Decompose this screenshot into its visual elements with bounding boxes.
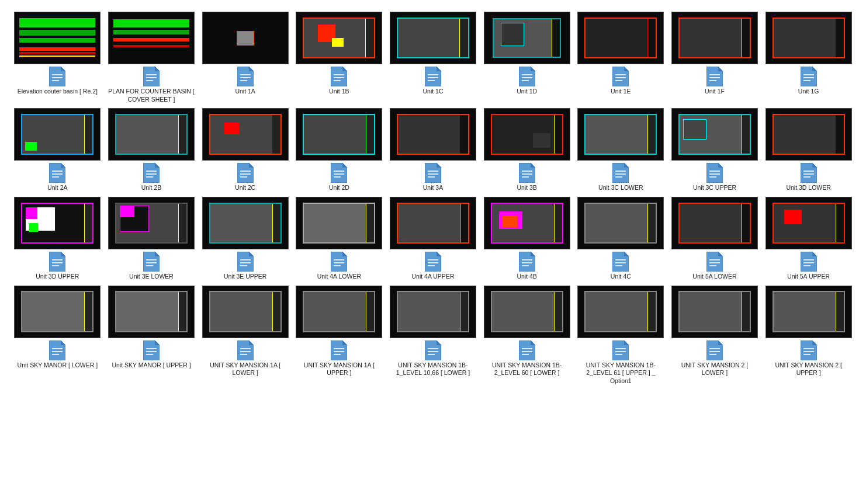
svg-rect-24 — [428, 80, 435, 81]
thumbnail-31 — [390, 286, 476, 338]
file-item-9[interactable]: Unit 2A — [12, 108, 103, 192]
svg-rect-9 — [146, 80, 153, 81]
file-item-5[interactable]: Unit 1D — [481, 12, 573, 103]
file-item-18[interactable]: Unit 3D UPPER — [12, 197, 103, 281]
file-item-33[interactable]: UNIT SKY MANSION 1B-2_LEVEL 61 [ UPPER ]… — [575, 286, 667, 385]
svg-rect-148 — [240, 351, 251, 352]
thumbnail-35 — [765, 286, 852, 338]
file-label-16: Unit 3C UPPER — [693, 184, 736, 192]
thumbnail-20 — [202, 197, 289, 249]
file-label-21: Unit 4A LOWER — [317, 273, 361, 281]
file-item-26[interactable]: Unit 5A UPPER — [763, 197, 854, 281]
file-item-14[interactable]: Unit 3B — [481, 108, 573, 192]
svg-rect-164 — [522, 354, 529, 355]
file-item-32[interactable]: UNIT SKY MANSION 1B-2_LEVEL 60 [ LOWER ] — [481, 286, 573, 385]
file-item-1[interactable]: PLAN FOR COUNTER BASIN [ COVER SHEET ] — [106, 12, 198, 103]
file-item-6[interactable]: Unit 1E — [575, 12, 667, 103]
file-item-16[interactable]: Unit 3C UPPER — [669, 108, 761, 192]
svg-rect-34 — [615, 80, 622, 81]
file-item-17[interactable]: Unit 3D LOWER — [763, 108, 854, 192]
file-item-3[interactable]: Unit 1B — [293, 12, 385, 103]
svg-rect-157 — [428, 348, 438, 349]
svg-rect-23 — [428, 77, 438, 78]
file-item-23[interactable]: Unit 4B — [481, 197, 573, 281]
file-item-28[interactable]: Unit SKY MANOR [ UPPER ] — [106, 286, 198, 385]
file-label-34: UNIT SKY MANSION 2 [ LOWER ] — [671, 362, 758, 377]
file-icon-26 — [801, 252, 817, 272]
file-label-12: Unit 2D — [329, 184, 349, 192]
file-item-22[interactable]: Unit 4A UPPER — [387, 197, 479, 281]
file-label-8: Unit 1G — [798, 88, 819, 96]
svg-rect-14 — [240, 80, 247, 81]
file-label-2: Unit 1A — [235, 88, 255, 96]
file-item-2[interactable]: Unit 1A — [199, 12, 291, 103]
file-item-31[interactable]: UNIT SKY MANSION 1B-1_LEVEL 10,66 [ LOWE… — [387, 286, 479, 385]
file-label-11: Unit 2C — [235, 184, 255, 192]
file-item-24[interactable]: Unit 4C — [575, 197, 667, 281]
file-icon-34 — [706, 340, 723, 360]
svg-rect-53 — [146, 173, 157, 175]
file-item-0[interactable]: Elevation couter basin [ Re.2] — [12, 12, 103, 103]
file-icon-6 — [612, 67, 629, 86]
svg-marker-101 — [249, 252, 254, 256]
file-item-12[interactable]: Unit 2D — [293, 108, 385, 192]
file-icon-8 — [801, 67, 817, 86]
svg-rect-118 — [522, 262, 532, 263]
file-item-11[interactable]: Unit 2C — [199, 108, 291, 192]
file-item-35[interactable]: UNIT SKY MANSION 2 [ UPPER ] — [763, 286, 854, 385]
svg-marker-51 — [155, 163, 160, 168]
svg-rect-37 — [709, 74, 720, 75]
svg-marker-156 — [437, 340, 441, 345]
svg-rect-119 — [522, 265, 529, 266]
svg-rect-62 — [334, 171, 344, 172]
file-icon-24 — [612, 252, 629, 272]
file-icon-13 — [425, 163, 441, 183]
thumbnail-13 — [390, 108, 476, 161]
file-label-5: Unit 1D — [517, 88, 537, 96]
file-icon-27 — [49, 340, 65, 360]
svg-rect-163 — [522, 351, 532, 352]
file-label-18: Unit 3D UPPER — [36, 273, 79, 281]
file-item-15[interactable]: Unit 3C LOWER — [575, 108, 667, 192]
file-item-21[interactable]: Unit 4A LOWER — [293, 197, 385, 281]
thumbnail-27 — [14, 286, 101, 338]
svg-rect-117 — [522, 259, 532, 260]
svg-rect-82 — [709, 171, 720, 172]
thumbnail-19 — [108, 197, 195, 249]
file-item-13[interactable]: Unit 3A — [387, 108, 479, 192]
svg-rect-153 — [334, 351, 344, 352]
svg-rect-64 — [334, 176, 341, 178]
svg-rect-162 — [522, 348, 532, 349]
svg-rect-174 — [709, 354, 716, 355]
file-icon-3 — [331, 67, 347, 86]
file-item-8[interactable]: Unit 1G — [763, 12, 854, 103]
svg-rect-152 — [334, 348, 344, 349]
file-item-25[interactable]: Unit 5A LOWER — [669, 197, 761, 281]
svg-rect-63 — [334, 173, 344, 175]
file-item-20[interactable]: Unit 3E UPPER — [199, 197, 291, 281]
file-icon-14 — [519, 163, 535, 183]
thumbnail-1 — [108, 12, 195, 64]
svg-rect-27 — [522, 74, 532, 75]
svg-marker-111 — [437, 252, 441, 256]
file-icon-15 — [612, 163, 629, 183]
svg-rect-134 — [803, 265, 810, 266]
svg-rect-108 — [334, 262, 344, 263]
file-item-27[interactable]: Unit SKY MANOR [ LOWER ] — [12, 286, 103, 385]
file-icon-18 — [49, 252, 65, 272]
svg-rect-79 — [615, 176, 622, 178]
file-item-10[interactable]: Unit 2B — [106, 108, 198, 192]
svg-rect-173 — [709, 351, 720, 352]
svg-rect-33 — [615, 77, 626, 78]
svg-rect-104 — [240, 265, 247, 266]
file-item-30[interactable]: UNIT SKY MANSION 1A [ UPPER ] — [293, 286, 385, 385]
svg-rect-167 — [615, 348, 626, 349]
svg-rect-147 — [240, 348, 251, 349]
svg-rect-154 — [334, 354, 341, 355]
thumbnail-7 — [671, 12, 758, 64]
file-item-19[interactable]: Unit 3E LOWER — [106, 197, 198, 281]
file-item-34[interactable]: UNIT SKY MANSION 2 [ LOWER ] — [669, 286, 761, 385]
file-item-29[interactable]: UNIT SKY MANSION 1A [ LOWER ] — [199, 286, 291, 385]
file-item-7[interactable]: Unit 1F — [669, 12, 761, 103]
file-item-4[interactable]: Unit 1C — [387, 12, 479, 103]
